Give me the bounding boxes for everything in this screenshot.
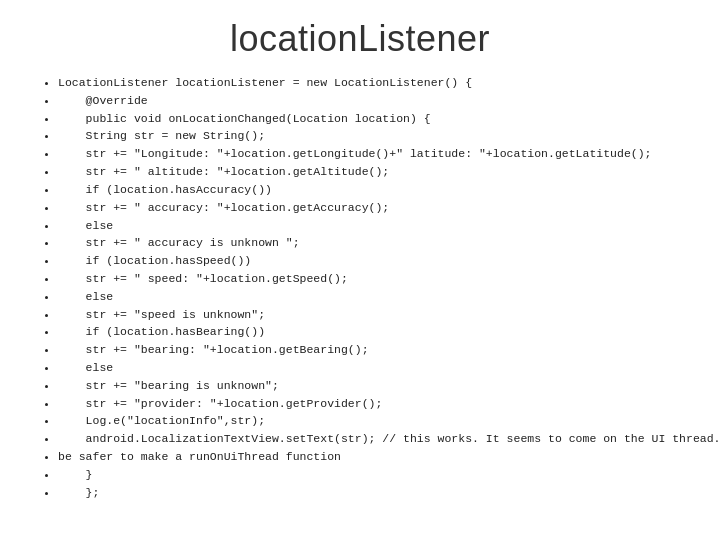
- code-line: str += "bearing: "+location.getBearing()…: [58, 341, 690, 359]
- code-line: str += "speed is unknown";: [58, 306, 690, 324]
- code-line: str += " accuracy is unknown ";: [58, 234, 690, 252]
- code-line: LocationListener locationListener = new …: [58, 74, 690, 92]
- code-line: Log.e("locationInfo",str);: [58, 412, 690, 430]
- code-line: str += "bearing is unknown";: [58, 377, 690, 395]
- code-line: @Override: [58, 92, 690, 110]
- code-line: str += "Longitude: "+location.getLongitu…: [58, 145, 690, 163]
- code-line: str += " speed: "+location.getSpeed();: [58, 270, 690, 288]
- code-line: }: [58, 466, 690, 484]
- code-line: String str = new String();: [58, 127, 690, 145]
- code-line: if (location.hasBearing()): [58, 323, 690, 341]
- page-title: locationListener: [0, 0, 720, 70]
- code-line: android.LocalizationTextView.setText(str…: [58, 430, 690, 448]
- code-line: if (location.hasSpeed()): [58, 252, 690, 270]
- code-line: else: [58, 217, 690, 235]
- code-line: str += " accuracy: "+location.getAccurac…: [58, 199, 690, 217]
- code-line: str += " altitude: "+location.getAltitud…: [58, 163, 690, 181]
- code-line: else: [58, 359, 690, 377]
- code-line: str += "provider: "+location.getProvider…: [58, 395, 690, 413]
- code-line: public void onLocationChanged(Location l…: [58, 110, 690, 128]
- code-line: };: [58, 484, 690, 502]
- code-section: LocationListener locationListener = new …: [0, 70, 720, 506]
- code-line: else: [58, 288, 690, 306]
- code-line: if (location.hasAccuracy()): [58, 181, 690, 199]
- code-line: be safer to make a runOnUiThread functio…: [58, 448, 690, 466]
- code-list: LocationListener locationListener = new …: [30, 74, 690, 502]
